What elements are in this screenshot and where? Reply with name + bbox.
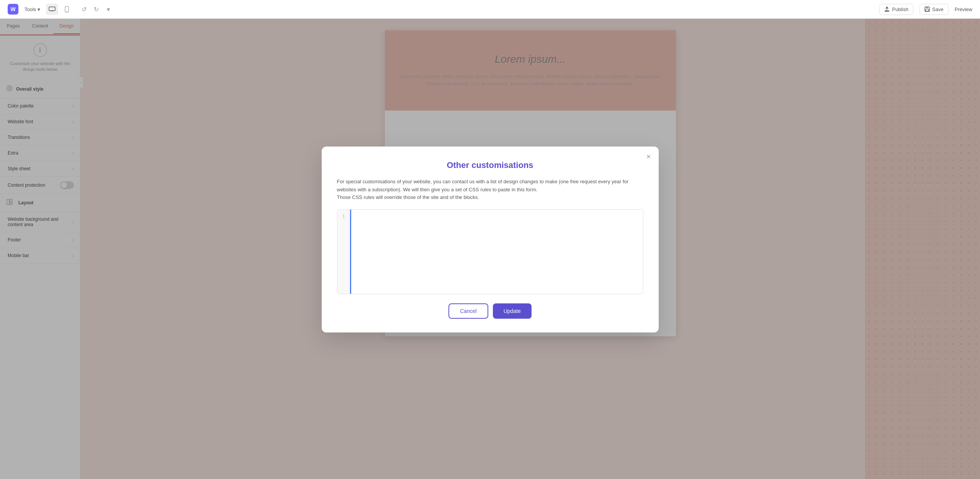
modal-description: For special customisations of your websi… (337, 178, 643, 202)
tools-chevron-icon: ▾ (38, 7, 40, 12)
modal-actions: Cancel Update (337, 303, 643, 319)
tools-button[interactable]: Tools ▾ (25, 7, 40, 12)
logo-icon[interactable]: W (8, 4, 18, 15)
update-button[interactable]: Update (493, 303, 532, 319)
topbar: W Tools ▾ ↺ ↻ ▾ Publish Save (0, 0, 980, 19)
preview-button[interactable]: Preview (955, 7, 972, 12)
history-more-button[interactable]: ▾ (103, 4, 114, 15)
undo-button[interactable]: ↺ (79, 4, 89, 15)
history-buttons: ↺ ↻ ▾ (79, 4, 114, 15)
line-number-1: 1 (337, 213, 350, 220)
save-button[interactable]: Save (919, 4, 949, 15)
modal-close-button[interactable]: × (646, 153, 651, 160)
mobile-device-button[interactable] (61, 4, 72, 15)
code-gutter: 1 (337, 210, 351, 294)
svg-rect-0 (49, 7, 55, 11)
svg-rect-6 (926, 7, 928, 8)
device-buttons (46, 4, 72, 15)
css-input[interactable] (351, 210, 643, 294)
redo-button[interactable]: ↻ (91, 4, 101, 15)
desktop-device-button[interactable] (46, 4, 58, 15)
svg-rect-7 (926, 9, 929, 11)
publish-button[interactable]: Publish (879, 4, 913, 15)
topbar-right: Publish Save Preview (879, 4, 972, 15)
logo-area: W (8, 4, 18, 15)
cancel-button[interactable]: Cancel (448, 303, 488, 319)
svg-point-4 (66, 11, 67, 11)
modal-dialog: × Other customisations For special custo… (322, 147, 659, 332)
modal-overlay[interactable]: × Other customisations For special custo… (0, 0, 980, 479)
topbar-left: W Tools ▾ ↺ ↻ ▾ (8, 4, 114, 15)
css-code-editor: 1 (337, 209, 643, 294)
modal-title: Other customisations (337, 160, 643, 170)
